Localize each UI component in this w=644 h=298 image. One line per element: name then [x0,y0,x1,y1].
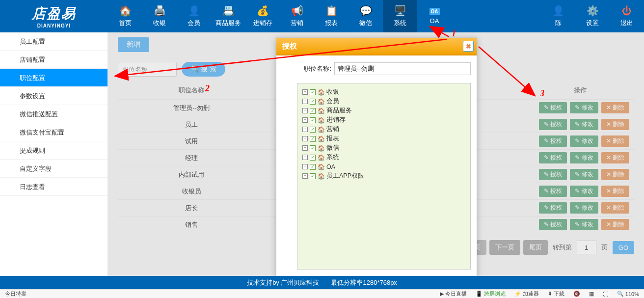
expand-icon[interactable]: + [302,173,308,179]
expand-icon[interactable]: + [302,89,308,95]
sidebar-item-店铺配置[interactable]: 店铺配置 [0,51,107,69]
checkbox-icon[interactable]: ✓ [310,117,316,123]
nav-收银[interactable]: 🖨️收银 [142,0,177,32]
tree-node-OA[interactable]: + ✓ 🏠 OA [302,162,465,171]
nav-报表[interactable]: 📋报表 [314,0,349,32]
home-icon: 🏠 [318,135,324,142]
expand-icon[interactable]: + [302,155,308,160]
nav-首页[interactable]: 🏠首页 [108,0,142,32]
expand-icon[interactable]: + [302,164,308,169]
sidebar-item-职位配置[interactable]: 职位配置 [0,69,107,87]
home-icon: 🏠 [318,173,324,180]
checkbox-icon[interactable]: ✓ [310,164,316,170]
expand-icon[interactable]: + [302,136,308,141]
footer: 技术支持by 广州贝应科技 最低分辨率1280*768px [0,276,644,289]
tree-label: 报表 [326,135,339,143]
nav-微信[interactable]: 💬微信 [349,0,383,32]
nav-right-退出[interactable]: ⏻退出 [610,0,644,32]
checkbox-icon[interactable]: ✓ [310,127,316,133]
modal-close-button[interactable]: ✖ [463,41,474,52]
sidebar-item-自定义字段[interactable]: 自定义字段 [0,160,107,178]
tree-label: 系统 [326,153,339,162]
tree-label: 进销存 [326,116,346,124]
top-nav: 店盈易 DIANYINGYI 🏠首页🖨️收银👤会员📇商品服务💰进销存📢营销📋报表… [0,0,644,32]
logo: 店盈易 DIANYINGYI [0,0,108,32]
home-icon: 🏠 [318,98,324,105]
home-icon: 🏠 [318,108,324,114]
auth-modal: 授权 ✖ 职位名称: + ✓ 🏠 收银+ ✓ 🏠 会员+ ✓ 🏠 商品服务+ ✓… [276,37,477,277]
expand-icon[interactable]: + [302,117,308,123]
home-icon: 🏠 [318,89,324,96]
home-icon: 🏠 [318,145,324,152]
nav-商品服务[interactable]: 📇商品服务 [211,0,245,32]
expand-icon[interactable]: + [302,99,308,104]
sidebar-item-提成规则[interactable]: 提成规则 [0,141,107,160]
tree-label: 微信 [326,144,339,152]
home-icon: 🏠 [318,117,324,124]
browser-left[interactable]: 今日特卖 [3,290,28,298]
sidebar-item-微信支付宝配置[interactable]: 微信支付宝配置 [0,123,107,141]
browser-cross[interactable]: 📱 跨屏浏览 [474,290,508,298]
checkbox-icon[interactable]: ✓ [310,145,316,151]
expand-icon[interactable]: + [302,108,308,113]
sidebar-item-日志查看[interactable]: 日志查看 [0,178,107,196]
nav-系统[interactable]: 🖥️系统 [383,0,417,32]
tree-node-进销存[interactable]: + ✓ 🏠 进销存 [302,115,465,125]
nav-right-陈[interactable]: 👤陈 [541,0,575,32]
tree-node-收银[interactable]: + ✓ 🏠 收银 [302,87,465,97]
tree-node-会员[interactable]: + ✓ 🏠 会员 [302,97,465,106]
tree-node-营销[interactable]: + ✓ 🏠 营销 [302,125,465,134]
nav-right: 👤陈⚙️设置⏻退出 [541,0,644,32]
tree-label: 商品服务 [326,107,352,115]
modal-body: 职位名称: + ✓ 🏠 收银+ ✓ 🏠 会员+ ✓ 🏠 商品服务+ ✓ 🏠 进销… [276,55,477,276]
nav-OA[interactable]: OAOA [417,0,452,32]
sidebar-item-参数设置[interactable]: 参数设置 [0,87,107,105]
checkbox-icon[interactable]: ✓ [310,173,316,179]
browser-accel[interactable]: ⚡ 加速器 [512,290,541,298]
checkbox-icon[interactable]: ✓ [310,89,316,95]
permission-tree[interactable]: + ✓ 🏠 收银+ ✓ 🏠 会员+ ✓ 🏠 商品服务+ ✓ 🏠 进销存+ ✓ 🏠… [297,83,471,270]
browser-expand-icon[interactable]: ⛶ [601,291,610,297]
checkbox-icon[interactable]: ✓ [310,155,316,161]
browser-bar: 今日特卖 ▶ 今日直播 📱 跨屏浏览 ⚡ 加速器 ⬇ 下载 🔇 ▦ ⛶ 🔍 11… [0,289,644,298]
logo-en: DIANYINGYI [37,23,71,28]
sidebar-item-员工配置[interactable]: 员工配置 [0,32,107,51]
checkbox-icon[interactable]: ✓ [310,99,316,105]
home-icon: 🏠 [318,126,324,133]
sidebar-item-微信推送配置[interactable]: 微信推送配置 [0,105,107,123]
tree-node-商品服务[interactable]: + ✓ 🏠 商品服务 [302,106,465,115]
tree-node-系统[interactable]: + ✓ 🏠 系统 [302,153,465,162]
home-icon: 🏠 [318,154,324,161]
nav-会员[interactable]: 👤会员 [177,0,211,32]
sidebar: 员工配置店铺配置职位配置参数设置微信推送配置微信支付宝配置提成规则自定义字段日志… [0,32,108,276]
tree-node-报表[interactable]: + ✓ 🏠 报表 [302,134,465,143]
modal-title: 授权 [282,42,297,51]
nav-right-设置[interactable]: ⚙️设置 [575,0,610,32]
tree-node-微信[interactable]: + ✓ 🏠 微信 [302,143,465,153]
tree-label: 收银 [326,88,339,96]
field-row: 职位名称: [282,60,471,77]
position-name-input[interactable] [334,62,471,75]
expand-icon[interactable]: + [302,145,308,151]
browser-zoom[interactable]: 🔍 110% [615,291,641,297]
tree-label: 员工APP权限 [326,172,364,180]
footer-res: 最低分辨率1280*768px [331,278,397,287]
home-icon: 🏠 [318,163,324,170]
browser-live[interactable]: ▶ 今日直播 [438,290,469,298]
tree-label: 营销 [326,125,339,134]
checkbox-icon[interactable]: ✓ [310,108,316,114]
expand-icon[interactable]: + [302,127,308,132]
field-label: 职位名称: [282,64,331,73]
nav-进销存[interactable]: 💰进销存 [245,0,280,32]
tree-label: 会员 [326,97,339,106]
nav-营销[interactable]: 📢营销 [280,0,314,32]
logo-cn: 店盈易 [32,4,76,23]
tree-node-员工APP权限[interactable]: + ✓ 🏠 员工APP权限 [302,171,465,181]
browser-download[interactable]: ⬇ 下载 [546,290,566,298]
checkbox-icon[interactable]: ✓ [310,136,316,142]
browser-grid-icon[interactable]: ▦ [587,291,596,297]
footer-support: 技术支持by 广州贝应科技 [247,278,319,287]
modal-header: 授权 [276,38,477,55]
browser-mute-icon[interactable]: 🔇 [571,291,582,297]
tree-label: OA [326,163,335,170]
